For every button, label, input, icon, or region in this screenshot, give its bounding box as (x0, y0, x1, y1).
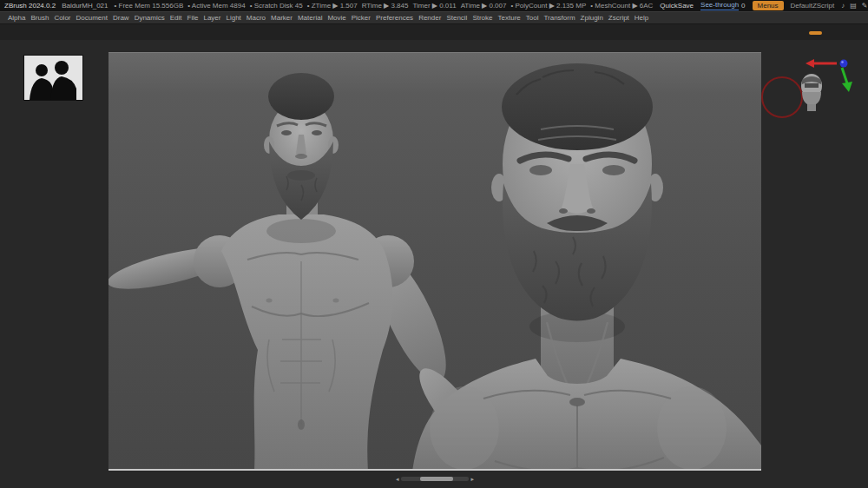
menu-picker[interactable]: Picker (349, 14, 373, 22)
quicksave-button[interactable]: QuickSave (660, 2, 694, 10)
status-stat: • Active Mem 4894 (187, 2, 245, 10)
menu-document[interactable]: Document (74, 14, 110, 22)
menubar: AlphaBrushColorDocumentDrawDynamicsEditF… (0, 11, 868, 24)
status-stat: RTime ▶ 3.845 (362, 2, 409, 10)
menu-zplugin[interactable]: Zplugin (578, 14, 606, 22)
canvas-document[interactable] (108, 52, 761, 471)
status-stat: • Scratch Disk 45 (250, 2, 303, 10)
scrollbar-handle[interactable] (420, 477, 453, 481)
menu-preferences[interactable]: Preferences (373, 14, 416, 22)
status-stat: • Free Mem 15.556GB (115, 2, 184, 10)
status-stat: • ZTime ▶ 1.507 (307, 2, 358, 10)
see-through-slider[interactable]: See-through 0 (700, 1, 745, 10)
axis-y-arrow (842, 68, 852, 92)
menu-material[interactable]: Material (295, 14, 325, 22)
titlebar-icons: ♪ ▤ ✎ – □ × (841, 3, 868, 10)
status-stat: ATime ▶ 0.007 (461, 2, 507, 10)
workspace: ◂ ▸ (0, 40, 868, 488)
see-through-value: 0 (741, 2, 745, 10)
status-stat: • PolyCount ▶ 2.135 MP (510, 2, 586, 10)
thumbnail-silhouettes (24, 56, 82, 100)
menu-edit[interactable]: Edit (168, 14, 185, 22)
menu-macro[interactable]: Macro (244, 14, 268, 22)
menu-draw[interactable]: Draw (110, 14, 132, 22)
status-stat: Timer ▶ 0.011 (412, 2, 456, 10)
menu-stroke[interactable]: Stroke (470, 14, 495, 22)
menu-render[interactable]: Render (416, 14, 444, 22)
horizontal-scrollbar[interactable]: ◂ ▸ (396, 475, 474, 482)
menu-transform[interactable]: Transform (541, 14, 577, 22)
scrollbar-track[interactable] (401, 477, 470, 481)
menu-layer[interactable]: Layer (201, 14, 223, 22)
menu-texture[interactable]: Texture (496, 14, 523, 22)
titlebar-stats: • Free Mem 15.556GB• Active Mem 4894• Sc… (115, 2, 644, 10)
titlebar-left: ZBrush 2024.0.2 BaldurMH_021 • Free Mem … (4, 2, 643, 10)
menu-brush[interactable]: Brush (28, 14, 51, 22)
menu-stencil[interactable]: Stencil (444, 14, 470, 22)
menu-zscript[interactable]: Zscript (606, 14, 632, 22)
axis-z-sphere (840, 60, 848, 68)
texture-thumbnail[interactable] (24, 56, 82, 100)
scroll-left-icon[interactable]: ◂ (396, 476, 399, 482)
tablet-icon[interactable]: ▤ (850, 3, 857, 10)
app-title: ZBrush 2024.0.2 (4, 2, 56, 10)
active-tool-thumbnail[interactable] (797, 73, 826, 113)
menu-marker[interactable]: Marker (268, 14, 295, 22)
axis-x-arrow (806, 59, 837, 68)
default-zscript-button[interactable]: DefaultZScript (791, 2, 835, 10)
see-through-label: See-through (700, 1, 739, 10)
menu-color[interactable]: Color (51, 14, 73, 22)
titlebar: ZBrush 2024.0.2 BaldurMH_021 • Free Mem … (0, 0, 868, 11)
titlebar-right: AC QuickSave See-through 0 Menus Default… (643, 1, 868, 10)
pen-icon[interactable]: ✎ (862, 3, 868, 10)
status-stat: • MeshCount ▶ 6 (590, 2, 643, 10)
tray-divider-handle[interactable] (809, 31, 822, 35)
ac-button[interactable]: AC (643, 2, 653, 10)
document-name: BaldurMH_021 (62, 2, 108, 10)
audio-icon[interactable]: ♪ (841, 3, 845, 10)
menus-button[interactable]: Menus (753, 1, 784, 10)
menu-tool[interactable]: Tool (523, 14, 542, 22)
sculpt-render (108, 53, 761, 471)
menu-alpha[interactable]: Alpha (5, 14, 28, 22)
menu-dynamics[interactable]: Dynamics (132, 14, 168, 22)
scroll-right-icon[interactable]: ▸ (470, 476, 474, 482)
toolbar-strip (0, 24, 868, 40)
figure-bust (412, 63, 761, 471)
menu-file[interactable]: File (185, 14, 201, 22)
menu-help[interactable]: Help (632, 14, 651, 22)
menu-movie[interactable]: Movie (325, 14, 348, 22)
menu-light[interactable]: Light (223, 14, 243, 22)
